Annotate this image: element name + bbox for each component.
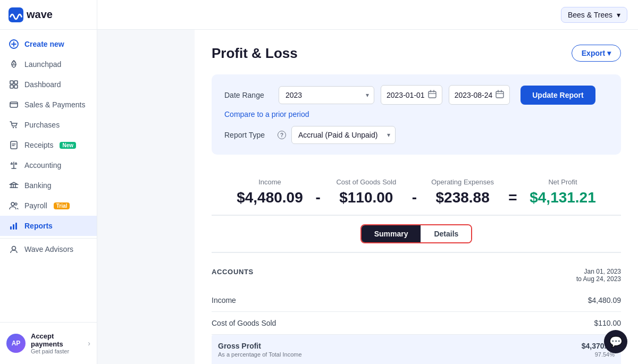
svg-point-9 bbox=[15, 127, 16, 128]
svg-point-2 bbox=[13, 63, 14, 64]
start-date-input[interactable]: 2023-01-01 bbox=[381, 85, 442, 105]
shopping-cart-icon bbox=[9, 120, 19, 130]
accept-payments-item[interactable]: AP Accept payments Get paid faster › bbox=[0, 327, 97, 360]
report-type-select[interactable]: Accrual (Paid & Unpaid) Cash bbox=[291, 126, 396, 144]
sidebar-item-label: Launchpad bbox=[24, 60, 61, 69]
accounts-header: ACCOUNTS Jan 01, 2023 to Aug 24, 2023 bbox=[212, 264, 621, 287]
sidebar-bottom: AP Accept payments Get paid faster › bbox=[0, 322, 97, 364]
sidebar-item-label: Create new bbox=[24, 40, 64, 48]
balance-scale-icon bbox=[9, 160, 19, 171]
sidebar-item-reports[interactable]: Reports bbox=[0, 216, 97, 236]
sidebar-item-create-new[interactable]: Create new bbox=[0, 34, 97, 54]
users-icon bbox=[9, 200, 19, 211]
accounts-table: ACCOUNTS Jan 01, 2023 to Aug 24, 2023 In… bbox=[212, 264, 621, 364]
row-label: Cost of Goods Sold bbox=[212, 319, 276, 327]
svg-rect-10 bbox=[11, 141, 17, 149]
plus-circle-icon bbox=[9, 39, 19, 49]
sidebar-item-accounting[interactable]: Accounting bbox=[0, 155, 97, 175]
sidebar-item-dashboard[interactable]: Dashboard bbox=[0, 74, 97, 95]
end-date-text: 2023-08-24 bbox=[455, 91, 493, 99]
chevron-right-icon: › bbox=[88, 339, 90, 348]
report-type-label: Report Type bbox=[224, 131, 272, 139]
sidebar-item-purchases[interactable]: Purchases bbox=[0, 115, 97, 135]
bar-chart-icon bbox=[9, 221, 19, 231]
sidebar-item-wave-advisors[interactable]: Wave Advisors bbox=[0, 238, 97, 259]
sidebar-item-launchpad[interactable]: Launchpad bbox=[0, 54, 97, 74]
income-value: $4,480.09 bbox=[237, 189, 303, 206]
tab-summary[interactable]: Summary bbox=[362, 225, 421, 242]
svg-rect-17 bbox=[429, 91, 436, 98]
chat-icon: 💬 bbox=[609, 335, 623, 348]
row-value: $110.00 bbox=[594, 319, 621, 327]
wave-logo: wave bbox=[9, 7, 53, 22]
chat-bubble[interactable]: 💬 bbox=[604, 330, 627, 353]
topbar: Bees & Trees ▾ bbox=[97, 0, 638, 30]
table-row-gross-profit: Gross Profit As a percentage of Total In… bbox=[212, 335, 621, 364]
filter-row-type: Report Type ? Accrual (Paid & Unpaid) Ca… bbox=[224, 126, 608, 144]
filter-row-dates: Date Range 2023 2022 2021 Custom 2023-01… bbox=[224, 85, 608, 105]
credit-card-icon bbox=[9, 99, 19, 110]
trial-badge: Trial bbox=[54, 202, 70, 209]
chevron-down-icon: ▾ bbox=[617, 11, 620, 19]
net-profit-label: Net Profit bbox=[548, 178, 577, 186]
cogs-label: Cost of Goods Sold bbox=[336, 178, 396, 186]
sidebar-item-receipts[interactable]: Receipts New bbox=[0, 135, 97, 155]
row-value: $4,480.09 bbox=[588, 296, 621, 304]
sidebar-item-sales-payments[interactable]: Sales & Payments bbox=[0, 95, 97, 115]
accept-payments-title: Accept payments bbox=[31, 332, 82, 348]
end-calendar-icon[interactable] bbox=[496, 90, 504, 100]
file-text-icon bbox=[9, 140, 19, 150]
date-range-text: Jan 01, 2023 to Aug 24, 2023 bbox=[576, 268, 621, 283]
table-row: Cost of Goods Sold $110.00 bbox=[212, 312, 621, 335]
svg-rect-4 bbox=[14, 81, 18, 84]
sidebar-item-label: Receipts bbox=[24, 141, 53, 149]
tabs-row: Summary Details bbox=[212, 216, 621, 253]
update-report-button[interactable]: Update Report bbox=[521, 86, 595, 105]
sub-value: 97.54% bbox=[582, 351, 615, 358]
svg-rect-14 bbox=[13, 224, 14, 230]
equals-operator: = bbox=[500, 179, 525, 206]
company-name: Bees & Trees bbox=[568, 11, 612, 19]
gross-profit-label-block: Gross Profit As a percentage of Total In… bbox=[218, 342, 302, 358]
year-select[interactable]: 2023 2022 2021 Custom bbox=[279, 86, 374, 104]
row-label: Gross Profit bbox=[218, 342, 302, 350]
svg-point-8 bbox=[13, 127, 14, 128]
sidebar-item-banking[interactable]: Banking bbox=[0, 175, 97, 196]
main-content: Profit & Loss Export ▾ Date Range 2023 2… bbox=[195, 30, 638, 364]
sidebar-item-payroll[interactable]: Payroll Trial bbox=[0, 196, 97, 216]
company-selector[interactable]: Bees & Trees ▾ bbox=[561, 7, 627, 23]
sidebar-nav: Create new Launchpad Dashboard Sales & P… bbox=[0, 30, 97, 322]
svg-rect-3 bbox=[10, 81, 13, 84]
date-line1: Jan 01, 2023 bbox=[576, 268, 621, 275]
op-exp-value: $238.88 bbox=[436, 189, 490, 206]
cogs-value: $110.00 bbox=[339, 189, 393, 206]
accept-payments-text: Accept payments Get paid faster bbox=[31, 332, 82, 354]
export-button[interactable]: Export ▾ bbox=[572, 45, 621, 62]
new-badge: New bbox=[60, 142, 76, 149]
svg-rect-5 bbox=[10, 85, 13, 88]
svg-point-16 bbox=[12, 247, 16, 250]
summary-bar: Income $4,480.09 - Cost of Goods Sold $1… bbox=[212, 167, 621, 216]
date-range-label: Date Range bbox=[224, 91, 272, 99]
start-calendar-icon[interactable] bbox=[428, 90, 436, 100]
tab-details[interactable]: Details bbox=[421, 225, 471, 242]
tabs-box: Summary Details bbox=[360, 224, 473, 243]
sidebar: wave Create new Launchpad Dashboard bbox=[0, 0, 97, 364]
sidebar-item-label: Sales & Payments bbox=[24, 100, 85, 109]
rocket-icon bbox=[9, 59, 19, 70]
page-header: Profit & Loss Export ▾ bbox=[212, 45, 621, 62]
page-title: Profit & Loss bbox=[212, 45, 298, 62]
svg-rect-6 bbox=[14, 85, 18, 88]
start-date-text: 2023-01-01 bbox=[387, 91, 425, 99]
sidebar-item-label: Dashboard bbox=[24, 80, 61, 89]
wave-logo-text: wave bbox=[27, 9, 53, 21]
end-date-input[interactable]: 2023-08-24 bbox=[449, 85, 510, 105]
sidebar-item-label: Banking bbox=[24, 181, 52, 190]
compare-link[interactable]: Compare to a prior period bbox=[224, 110, 309, 118]
income-summary: Income $4,480.09 bbox=[232, 178, 307, 206]
help-icon[interactable]: ? bbox=[278, 131, 286, 139]
svg-rect-18 bbox=[496, 91, 503, 98]
svg-rect-15 bbox=[15, 223, 17, 230]
accept-payments-sub: Get paid faster bbox=[31, 348, 82, 354]
avatar: AP bbox=[6, 334, 26, 353]
